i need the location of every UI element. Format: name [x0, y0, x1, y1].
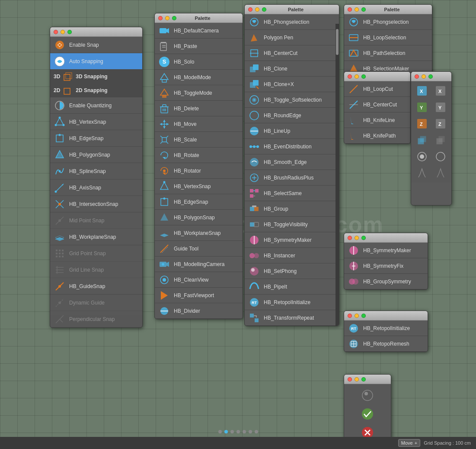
axis-z2[interactable]: Z — [432, 116, 450, 131]
snap-item-edgesnap[interactable]: HB_EdgeSnap — [50, 130, 142, 147]
axis-max[interactable] — [428, 74, 433, 79]
axis-pen4[interactable] — [432, 165, 450, 181]
dot-2[interactable] — [224, 430, 228, 433]
dot-7[interactable] — [255, 430, 258, 433]
snap-item-gridpointsnap[interactable]: Grid Point Snap — [50, 245, 142, 262]
mini-close[interactable] — [348, 377, 352, 382]
mini-min[interactable] — [355, 377, 359, 382]
p2-item-setphong[interactable]: HB_SetPhong — [245, 263, 339, 279]
p1-item-modelmode[interactable]: HB_ModelMode — [155, 70, 243, 85]
max-btn[interactable] — [67, 30, 72, 34]
axis-pen3[interactable] — [413, 165, 431, 181]
axis-x2[interactable]: X — [432, 83, 450, 99]
dot-5[interactable] — [243, 430, 246, 433]
snap-item-dynamicguide[interactable]: Dynamic Guide — [50, 295, 142, 311]
snap-item-axissnap[interactable]: HB_AxisSnap — [50, 180, 142, 196]
p2-item-centercut[interactable]: HB_CenterCut — [245, 45, 339, 61]
p2-item-smoothedge[interactable]: HB_Smooth_Edge — [245, 154, 339, 170]
snap-item-polygonsnap[interactable]: HB_PolygonSnap — [50, 147, 142, 163]
snap-item-vertexsnap[interactable]: HB_VertexSnap — [50, 114, 142, 130]
snap-item-guidesnap[interactable]: HB_GuideSnap — [50, 278, 142, 295]
min-btn[interactable] — [61, 30, 65, 34]
p3b-close[interactable] — [348, 74, 352, 79]
p1-item-rotate[interactable]: HB_Rotate — [155, 148, 243, 163]
p2-item-instancer[interactable]: HB_Instancer — [245, 248, 339, 263]
p1-item-cleanview[interactable]: HB_CleanView — [155, 272, 243, 288]
p2-item-brushplus[interactable]: HB_BrushRadiusPlus — [245, 170, 339, 186]
close-btn[interactable] — [54, 30, 58, 34]
p1-item-defaultcamera[interactable]: HB_DefaultCamera — [155, 23, 243, 38]
snap-item-workplanesnap[interactable]: HB_WorkplaneSnap — [50, 229, 142, 245]
p1-item-fastviewport[interactable]: HB_FastViewport — [155, 288, 243, 303]
axis-close[interactable] — [415, 74, 419, 79]
p2-item-roundedge[interactable]: HB_RoundEdge — [245, 108, 339, 123]
axis-y1[interactable]: Y — [413, 99, 431, 115]
move-button[interactable]: Move + — [398, 439, 420, 447]
snap-item-intersectionsnap[interactable]: HB_IntersectionSnap — [50, 196, 142, 212]
p3b-max[interactable] — [361, 74, 366, 79]
snap-item-midpointsnap[interactable]: Mid Point Snap — [50, 212, 142, 229]
snap-item-quantize[interactable]: Enable Quantizing — [50, 97, 142, 114]
snap-item-perpsnap[interactable]: Perpendicular Snap — [50, 311, 142, 327]
axis-cube2[interactable] — [432, 132, 450, 148]
p2-item-clone[interactable]: HB_Clone — [245, 61, 339, 77]
p1-item-modellingcamera[interactable]: HB_ModellingCamera — [155, 257, 243, 272]
p2-item-retopoinit[interactable]: RT HB_RetopolInitialize — [245, 295, 339, 310]
p3b-item-knifeline[interactable]: HB_KnifeLine — [344, 112, 410, 128]
p5-item-retopoinit[interactable]: RT HB_RetopolInitialize — [344, 321, 428, 336]
p1-item-scale[interactable]: HB_Scale — [155, 132, 243, 148]
p1-item-divider[interactable]: HB_Divider — [155, 303, 243, 319]
p2-item-group[interactable]: HB_Group — [245, 201, 339, 217]
p1-item-vertexsnap2[interactable]: HB_VertexSnap — [155, 179, 243, 194]
axis-cube1[interactable] — [413, 132, 431, 148]
p5-close[interactable] — [348, 314, 352, 318]
p4-close[interactable] — [348, 236, 352, 240]
p2-item-clonex[interactable]: HB_Clone+X — [245, 77, 339, 92]
p3-close[interactable] — [348, 7, 352, 12]
p4-item-symmetrymaker[interactable]: HB_SymmetryMaker — [344, 243, 428, 258]
p2-item-lineup[interactable]: HB_LineUp — [245, 123, 339, 139]
mini-check-icon[interactable] — [347, 405, 388, 423]
p3-item-loopsel[interactable]: HB_LoopSelection — [344, 30, 432, 45]
p1-item-guidetool[interactable]: Guide Tool — [155, 241, 243, 257]
p2-item-pipeit[interactable]: HB_PipeIt — [245, 279, 339, 295]
p4-min[interactable] — [355, 236, 359, 240]
p3b-item-knifepath[interactable]: HB_KnifePath — [344, 128, 410, 144]
palette2-scrollbar[interactable] — [335, 24, 339, 326]
p2-item-symmetrymaker[interactable]: HB_SymmetryMaker — [245, 232, 339, 248]
palette2-scrollthumb[interactable] — [336, 29, 339, 55]
p2-item-polygonpen[interactable]: Polygon Pen — [245, 30, 339, 45]
dot-6[interactable] — [249, 430, 252, 433]
p2-item-selectsame[interactable]: HB_SelectSame — [245, 186, 339, 201]
p1-close[interactable] — [158, 16, 163, 20]
axis-z1[interactable]: Z — [413, 116, 431, 131]
p2-item-phongsel[interactable]: HB_Phongselection — [245, 14, 339, 30]
p1-item-polygonsnap2[interactable]: HB_PolygonSnap — [155, 210, 243, 225]
p1-item-delete[interactable]: HB_Delete — [155, 101, 243, 116]
mini-max[interactable] — [361, 377, 366, 382]
p4-max[interactable] — [361, 236, 366, 240]
p5-max[interactable] — [361, 314, 366, 318]
dot-1[interactable] — [218, 430, 222, 433]
p2-item-transformrepeat[interactable]: HB_TransformRepeat — [245, 310, 339, 326]
p1-item-edgesnap2[interactable]: HB_EdgeSnap — [155, 194, 243, 210]
p2-item-evendist[interactable]: HB_EvenDistribution — [245, 139, 339, 154]
p3b-item-centercut[interactable]: HB_CenterCut — [344, 97, 410, 112]
axis-min[interactable] — [422, 74, 426, 79]
p3b-min[interactable] — [355, 74, 359, 79]
snap-item-auto-snapping[interactable]: Auto Snapping — [50, 53, 142, 70]
p4-item-groupsymmetry[interactable]: HB_GroupSymmetry — [344, 274, 428, 289]
p1-item-move[interactable]: HB_Move — [155, 116, 243, 132]
p3-item-phongsel[interactable]: HB_Phongselection — [344, 14, 432, 30]
p5-item-retoporemesh[interactable]: HB_RetopoRemesh — [344, 336, 428, 352]
p2-item-softsel[interactable]: HB_Toggle_Softselection — [245, 92, 339, 108]
axis-y2[interactable]: Y — [432, 99, 450, 115]
p4-item-symmetryfix[interactable]: HB_SymmetryFix — [344, 258, 428, 274]
p1-item-workplanesnap2[interactable]: HB_WorkplaneSnap — [155, 225, 243, 241]
snap-item-gridlinesnap[interactable]: Grid Line Snap — [50, 262, 142, 278]
dot-3[interactable] — [230, 430, 234, 433]
p1-item-togglemode[interactable]: HB_ToggleMode — [155, 85, 243, 101]
p1-item-rotator[interactable]: HB_Rotator — [155, 163, 243, 179]
p2-close[interactable] — [248, 7, 252, 12]
p2-item-togglevis[interactable]: HB_ToggleVisibility — [245, 217, 339, 232]
